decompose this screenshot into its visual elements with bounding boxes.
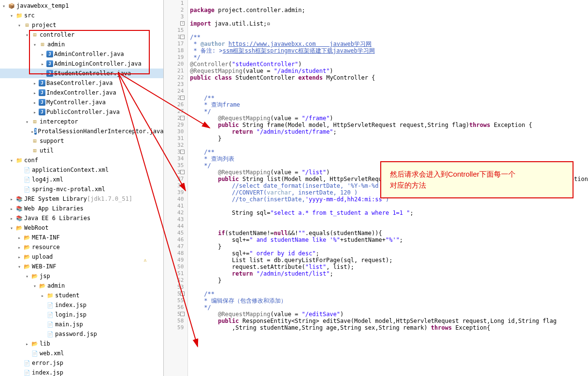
fold-marker-icon[interactable]: − bbox=[180, 116, 185, 120]
code-line[interactable]: import java.util.List;▫ bbox=[188, 20, 588, 27]
tree-item-password-jsp[interactable]: password.jsp bbox=[0, 329, 163, 339]
tree-toggle[interactable]: ▸ bbox=[31, 110, 39, 115]
tree-item-javawebxx-temp1[interactable]: ▾javawebxx_temp1 bbox=[0, 1, 163, 11]
tree-toggle[interactable]: ▸ bbox=[31, 129, 34, 134]
tree-item-resource[interactable]: ▸resource bbox=[0, 242, 163, 252]
code-line[interactable]: } bbox=[188, 277, 588, 284]
tree-item-spring-mvc-protal-xml[interactable]: spring-mvc-protal.xml bbox=[0, 184, 163, 194]
tree-toggle[interactable]: ▾ bbox=[31, 283, 39, 289]
code-line[interactable]: @RequestMapping(value = "/frame") bbox=[188, 115, 588, 122]
code-line[interactable]: /** bbox=[188, 34, 588, 41]
tree-item-log4j-xml[interactable]: log4j.xml bbox=[0, 175, 163, 184]
tree-item-support[interactable]: support bbox=[0, 136, 163, 146]
tree-toggle[interactable]: ▸ bbox=[15, 245, 23, 250]
code-line[interactable] bbox=[188, 27, 588, 34]
code-line[interactable]: * 编辑保存（包含修改和添加） bbox=[188, 297, 588, 304]
code-line[interactable]: if(studentName!=null&&!"".equals(student… bbox=[188, 230, 588, 237]
code-line[interactable] bbox=[188, 14, 588, 20]
tree-toggle[interactable]: ▸ bbox=[31, 90, 39, 96]
tree-toggle[interactable]: ▾ bbox=[23, 274, 31, 279]
tree-item-controller[interactable]: ▾controller bbox=[0, 30, 163, 40]
tree-item-studentcontroller-java[interactable]: ▸StudentController.java bbox=[0, 69, 163, 78]
code-line[interactable]: /** bbox=[188, 149, 588, 155]
code-line[interactable]: public ResponseEntity<String> editSave(M… bbox=[188, 318, 588, 324]
code-line[interactable]: ,String studentName,String age,String se… bbox=[188, 324, 588, 331]
tree-item-error-jsp[interactable]: error.jsp bbox=[0, 358, 163, 368]
tree-toggle[interactable]: ▸ bbox=[23, 341, 31, 347]
tree-item-src[interactable]: ▾src bbox=[0, 11, 163, 20]
code-line[interactable] bbox=[188, 142, 588, 149]
code-line[interactable]: package project.controller.admin; bbox=[188, 7, 588, 14]
tree-item-admin[interactable]: ▾admin bbox=[0, 281, 163, 291]
code-line[interactable] bbox=[188, 88, 588, 95]
tree-item-admincontroller-java[interactable]: ▸AdminController.java bbox=[0, 49, 163, 59]
code-editor[interactable]: 1234+1516−171819202122232425−262728−2930… bbox=[164, 0, 588, 376]
tree-item-applicationcontext-xml[interactable]: applicationContext.xml bbox=[0, 165, 163, 175]
tree-item-admin[interactable]: ▾admin bbox=[0, 40, 163, 49]
tree-toggle[interactable]: ▾ bbox=[23, 119, 31, 125]
tree-item-login-jsp[interactable]: login.jsp bbox=[0, 310, 163, 320]
tree-toggle[interactable]: ▾ bbox=[8, 13, 15, 18]
tree-item-jre-system-library[interactable]: ▸JRE System Library [jdk1.7.0_51] bbox=[0, 194, 163, 204]
code-line[interactable] bbox=[188, 0, 588, 7]
fold-marker-icon[interactable]: − bbox=[180, 312, 185, 316]
tree-item-student[interactable]: ▸student bbox=[0, 291, 163, 300]
code-line[interactable] bbox=[188, 203, 588, 209]
tree-item-web-app-libraries[interactable]: ▸Web App Libraries bbox=[0, 204, 163, 213]
tree-toggle[interactable]: ▾ bbox=[0, 3, 8, 9]
tree-item-project[interactable]: ▾project bbox=[0, 20, 163, 30]
tree-item-webroot[interactable]: ▾WebRoot bbox=[0, 223, 163, 233]
tree-item-indexcontroller-java[interactable]: ▸IndexController.java bbox=[0, 88, 163, 97]
code-line[interactable]: request.setAttribute("list", list); bbox=[188, 264, 588, 270]
tree-item-meta-inf[interactable]: ▸META-INF bbox=[0, 233, 163, 242]
tree-item-adminlogincontroller-java[interactable]: ▸AdminLoginController.java bbox=[0, 59, 163, 69]
code-line[interactable]: @RequestMapping(value = "/admin/student"… bbox=[188, 68, 588, 74]
fold-marker-icon[interactable]: − bbox=[180, 170, 185, 174]
tree-item-upload[interactable]: ▸upload bbox=[0, 252, 163, 262]
tree-toggle[interactable]: ▸ bbox=[8, 216, 15, 221]
code-line[interactable]: } bbox=[188, 135, 588, 142]
fold-marker-icon[interactable]: + bbox=[180, 21, 185, 26]
tree-item-index-jsp[interactable]: index.jsp bbox=[0, 300, 163, 310]
code-line[interactable]: /** bbox=[188, 291, 588, 297]
code-line[interactable]: @Controller("studentController") bbox=[188, 61, 588, 68]
tree-toggle[interactable]: ▾ bbox=[8, 225, 15, 231]
code-line[interactable]: * 备注: >ssm框架ssh框架springmvc框架搭建下载javaweb学… bbox=[188, 47, 588, 54]
code-line[interactable] bbox=[188, 216, 588, 223]
code-line[interactable]: return "/admin/student/frame"; bbox=[188, 128, 588, 135]
tree-item-interceptor[interactable]: ▾interceptor bbox=[0, 117, 163, 126]
code-line[interactable]: sql+=" and studentName like '%"+studentN… bbox=[188, 237, 588, 243]
code-line[interactable]: */ bbox=[188, 108, 588, 115]
fold-marker-icon[interactable]: − bbox=[180, 35, 185, 39]
tree-toggle[interactable]: ▸ bbox=[39, 71, 46, 76]
tree-toggle[interactable]: ▸ bbox=[15, 235, 23, 240]
tree-item-jsp[interactable]: ▾jsp bbox=[0, 271, 163, 281]
fold-marker-icon[interactable]: − bbox=[180, 292, 185, 296]
tree-item-index-jsp[interactable]: index.jsp bbox=[0, 368, 163, 376]
tree-toggle[interactable]: ▾ bbox=[31, 42, 39, 47]
tree-toggle[interactable]: ▸ bbox=[39, 52, 46, 57]
tree-item-main-jsp[interactable]: main.jsp bbox=[0, 320, 163, 329]
tree-item-mycontroller-java[interactable]: ▸MyController.java bbox=[0, 97, 163, 107]
code-line[interactable] bbox=[188, 81, 588, 88]
fold-marker-icon[interactable]: − bbox=[180, 150, 185, 154]
code-line[interactable]: * 查询frame bbox=[188, 101, 588, 108]
tree-item-lib[interactable]: ▸lib bbox=[0, 339, 163, 348]
tree-toggle[interactable]: ▾ bbox=[23, 32, 31, 38]
tree-item-web-inf[interactable]: ▾WEB-INF bbox=[0, 262, 163, 271]
tree-item-protalsessionhandlerinterceptor-java[interactable]: ▸ProtalSessionHandlerInterceptor.java bbox=[0, 126, 163, 136]
tree-toggle[interactable]: ▾ bbox=[8, 158, 15, 163]
tree-toggle[interactable]: ▸ bbox=[8, 206, 15, 211]
tree-toggle[interactable]: ▾ bbox=[15, 264, 23, 269]
code-line[interactable]: public String frame(Model model, HttpSer… bbox=[188, 122, 588, 128]
tree-item-util[interactable]: util bbox=[0, 146, 163, 155]
tree-item-publiccontroller-java[interactable]: ▸PublicController.java bbox=[0, 107, 163, 117]
tree-item-conf[interactable]: ▾conf bbox=[0, 155, 163, 165]
tree-toggle[interactable]: ▸ bbox=[31, 100, 39, 105]
code-line[interactable]: */ bbox=[188, 304, 588, 311]
tree-item-basecontroller-java[interactable]: ▸BaseController.java bbox=[0, 78, 163, 88]
code-line[interactable]: String sql="select a.* from t_student a … bbox=[188, 209, 588, 216]
code-line[interactable] bbox=[188, 223, 588, 230]
code-line[interactable]: List list = db.queryListForPage(sql, req… bbox=[188, 257, 588, 264]
code-line[interactable] bbox=[188, 284, 588, 291]
